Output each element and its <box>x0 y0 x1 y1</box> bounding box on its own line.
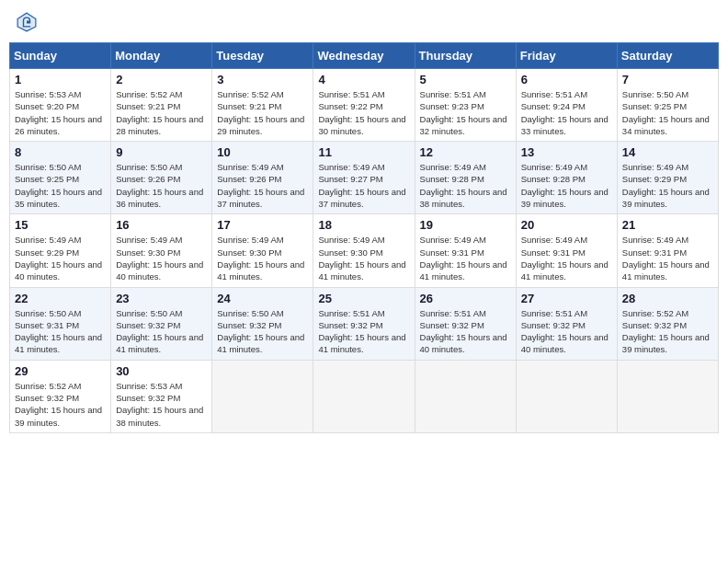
calendar-table: SundayMondayTuesdayWednesdayThursdayFrid… <box>9 42 719 433</box>
page-header <box>9 9 719 35</box>
calendar-day-cell: 5 Sunrise: 5:51 AMSunset: 9:23 PMDayligh… <box>415 69 516 142</box>
day-number: 26 <box>420 292 511 305</box>
day-number: 4 <box>318 73 409 86</box>
calendar-day-cell: 10 Sunrise: 5:49 AMSunset: 9:26 PMDaylig… <box>212 142 313 214</box>
day-number: 10 <box>217 145 308 159</box>
calendar-day-cell: 7 Sunrise: 5:50 AMSunset: 9:25 PMDayligh… <box>617 69 718 142</box>
day-detail: Sunrise: 5:53 AMSunset: 9:32 PMDaylight:… <box>116 380 207 429</box>
calendar-week-row: 15 Sunrise: 5:49 AMSunset: 9:29 PMDaylig… <box>10 214 719 287</box>
day-detail: Sunrise: 5:51 AMSunset: 9:24 PMDaylight:… <box>521 88 612 137</box>
day-number: 8 <box>15 145 106 159</box>
day-number: 19 <box>420 218 511 232</box>
weekday-header: Friday <box>516 43 617 69</box>
day-number: 30 <box>116 364 207 378</box>
day-detail: Sunrise: 5:53 AMSunset: 9:20 PMDaylight:… <box>15 88 106 137</box>
day-number: 21 <box>622 218 713 232</box>
day-number: 23 <box>116 292 207 305</box>
calendar-header-row: SundayMondayTuesdayWednesdayThursdayFrid… <box>10 43 719 69</box>
day-number: 6 <box>521 73 612 86</box>
day-number: 7 <box>622 73 713 86</box>
day-detail: Sunrise: 5:51 AMSunset: 9:22 PMDaylight:… <box>318 88 409 137</box>
day-detail: Sunrise: 5:50 AMSunset: 9:32 PMDaylight:… <box>116 307 207 356</box>
day-detail: Sunrise: 5:50 AMSunset: 9:26 PMDaylight:… <box>116 161 207 210</box>
calendar-day-cell: 24 Sunrise: 5:50 AMSunset: 9:32 PMDaylig… <box>212 287 313 360</box>
calendar-day-cell: 26 Sunrise: 5:51 AMSunset: 9:32 PMDaylig… <box>415 287 516 360</box>
day-detail: Sunrise: 5:49 AMSunset: 9:28 PMDaylight:… <box>521 161 612 210</box>
day-number: 28 <box>622 292 713 305</box>
day-detail: Sunrise: 5:50 AMSunset: 9:31 PMDaylight:… <box>15 307 106 356</box>
day-number: 3 <box>217 73 308 86</box>
calendar-day-cell: 16 Sunrise: 5:49 AMSunset: 9:30 PMDaylig… <box>111 214 212 287</box>
weekday-header: Wednesday <box>313 43 415 69</box>
day-detail: Sunrise: 5:51 AMSunset: 9:32 PMDaylight:… <box>318 307 409 356</box>
calendar-day-cell: 19 Sunrise: 5:49 AMSunset: 9:31 PMDaylig… <box>415 214 516 287</box>
calendar-day-cell <box>212 360 313 432</box>
calendar-day-cell: 2 Sunrise: 5:52 AMSunset: 9:21 PMDayligh… <box>111 69 212 142</box>
weekday-header: Sunday <box>10 43 111 69</box>
day-detail: Sunrise: 5:52 AMSunset: 9:32 PMDaylight:… <box>15 380 106 429</box>
day-number: 25 <box>318 292 409 305</box>
calendar-day-cell <box>313 360 415 432</box>
calendar-day-cell: 17 Sunrise: 5:49 AMSunset: 9:30 PMDaylig… <box>212 214 313 287</box>
day-number: 13 <box>521 145 612 159</box>
day-detail: Sunrise: 5:49 AMSunset: 9:30 PMDaylight:… <box>217 234 308 282</box>
day-detail: Sunrise: 5:49 AMSunset: 9:26 PMDaylight:… <box>217 161 308 210</box>
day-number: 17 <box>217 218 308 232</box>
day-number: 9 <box>116 145 207 159</box>
logo-icon <box>14 9 40 35</box>
calendar-day-cell: 12 Sunrise: 5:49 AMSunset: 9:28 PMDaylig… <box>415 142 516 214</box>
calendar-week-row: 1 Sunrise: 5:53 AMSunset: 9:20 PMDayligh… <box>10 69 719 142</box>
day-number: 29 <box>15 364 106 378</box>
calendar-day-cell: 25 Sunrise: 5:51 AMSunset: 9:32 PMDaylig… <box>313 287 415 360</box>
calendar-day-cell: 4 Sunrise: 5:51 AMSunset: 9:22 PMDayligh… <box>313 69 415 142</box>
day-detail: Sunrise: 5:52 AMSunset: 9:32 PMDaylight:… <box>622 307 713 356</box>
calendar-week-row: 22 Sunrise: 5:50 AMSunset: 9:31 PMDaylig… <box>10 287 719 360</box>
calendar-day-cell: 30 Sunrise: 5:53 AMSunset: 9:32 PMDaylig… <box>111 360 212 432</box>
day-detail: Sunrise: 5:50 AMSunset: 9:25 PMDaylight:… <box>15 161 106 210</box>
calendar-day-cell: 27 Sunrise: 5:51 AMSunset: 9:32 PMDaylig… <box>516 287 617 360</box>
day-detail: Sunrise: 5:49 AMSunset: 9:31 PMDaylight:… <box>622 234 713 282</box>
calendar-day-cell <box>516 360 617 432</box>
day-number: 18 <box>318 218 409 232</box>
calendar-day-cell: 6 Sunrise: 5:51 AMSunset: 9:24 PMDayligh… <box>516 69 617 142</box>
calendar-day-cell: 13 Sunrise: 5:49 AMSunset: 9:28 PMDaylig… <box>516 142 617 214</box>
day-detail: Sunrise: 5:50 AMSunset: 9:25 PMDaylight:… <box>622 88 713 137</box>
day-number: 27 <box>521 292 612 305</box>
calendar-day-cell: 9 Sunrise: 5:50 AMSunset: 9:26 PMDayligh… <box>111 142 212 214</box>
day-number: 15 <box>15 218 106 232</box>
day-detail: Sunrise: 5:49 AMSunset: 9:30 PMDaylight:… <box>318 234 409 282</box>
weekday-header: Thursday <box>415 43 516 69</box>
day-detail: Sunrise: 5:49 AMSunset: 9:29 PMDaylight:… <box>15 234 106 282</box>
day-detail: Sunrise: 5:49 AMSunset: 9:31 PMDaylight:… <box>521 234 612 282</box>
calendar-day-cell: 23 Sunrise: 5:50 AMSunset: 9:32 PMDaylig… <box>111 287 212 360</box>
calendar-day-cell: 14 Sunrise: 5:49 AMSunset: 9:29 PMDaylig… <box>617 142 718 214</box>
day-number: 16 <box>116 218 207 232</box>
day-number: 11 <box>318 145 409 159</box>
calendar-day-cell: 29 Sunrise: 5:52 AMSunset: 9:32 PMDaylig… <box>10 360 111 432</box>
calendar-day-cell: 18 Sunrise: 5:49 AMSunset: 9:30 PMDaylig… <box>313 214 415 287</box>
calendar-day-cell: 21 Sunrise: 5:49 AMSunset: 9:31 PMDaylig… <box>617 214 718 287</box>
day-detail: Sunrise: 5:51 AMSunset: 9:32 PMDaylight:… <box>521 307 612 356</box>
calendar-week-row: 8 Sunrise: 5:50 AMSunset: 9:25 PMDayligh… <box>10 142 719 214</box>
weekday-header: Tuesday <box>212 43 313 69</box>
calendar-day-cell: 15 Sunrise: 5:49 AMSunset: 9:29 PMDaylig… <box>10 214 111 287</box>
day-number: 1 <box>15 73 106 86</box>
logo <box>14 9 43 35</box>
day-number: 12 <box>420 145 511 159</box>
calendar-day-cell: 20 Sunrise: 5:49 AMSunset: 9:31 PMDaylig… <box>516 214 617 287</box>
day-number: 22 <box>15 292 106 305</box>
weekday-header: Saturday <box>617 43 718 69</box>
day-number: 20 <box>521 218 612 232</box>
day-detail: Sunrise: 5:51 AMSunset: 9:23 PMDaylight:… <box>420 88 511 137</box>
day-detail: Sunrise: 5:51 AMSunset: 9:32 PMDaylight:… <box>420 307 511 356</box>
weekday-header: Monday <box>111 43 212 69</box>
calendar-day-cell: 3 Sunrise: 5:52 AMSunset: 9:21 PMDayligh… <box>212 69 313 142</box>
day-number: 24 <box>217 292 308 305</box>
day-number: 14 <box>622 145 713 159</box>
day-detail: Sunrise: 5:49 AMSunset: 9:27 PMDaylight:… <box>318 161 409 210</box>
calendar-day-cell: 28 Sunrise: 5:52 AMSunset: 9:32 PMDaylig… <box>617 287 718 360</box>
calendar-day-cell: 1 Sunrise: 5:53 AMSunset: 9:20 PMDayligh… <box>10 69 111 142</box>
calendar-day-cell: 8 Sunrise: 5:50 AMSunset: 9:25 PMDayligh… <box>10 142 111 214</box>
day-detail: Sunrise: 5:49 AMSunset: 9:28 PMDaylight:… <box>420 161 511 210</box>
day-detail: Sunrise: 5:49 AMSunset: 9:31 PMDaylight:… <box>420 234 511 282</box>
